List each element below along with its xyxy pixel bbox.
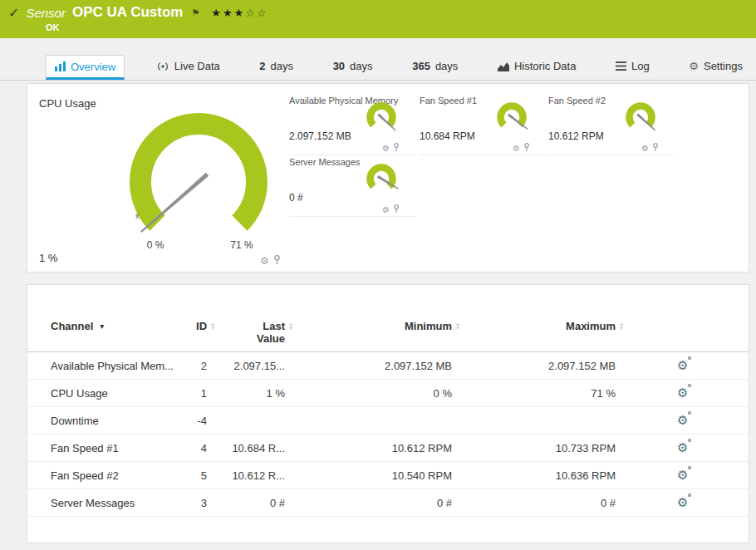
tab-bar: Overview Live Data 2 days 30 days 365 da…	[0, 55, 756, 81]
sensor-header: ✓ Sensor OPC UA Custom ⚑ ★★★☆☆ OK	[0, 0, 756, 38]
channel-id: 2	[175, 360, 215, 372]
channel-last-value: 10.684 R...	[215, 442, 293, 454]
cpu-gauge-title: CPU Usage	[39, 97, 96, 110]
gauge-gear-icon[interactable]: ⚙	[260, 255, 269, 267]
channel-id: 4	[175, 442, 215, 454]
tab-number: 30	[333, 60, 345, 72]
overview-chart-icon	[55, 61, 66, 71]
stars-empty: ☆☆	[245, 7, 268, 19]
tab-label: days	[271, 60, 293, 72]
live-data-broadcast-icon	[156, 61, 169, 71]
gauge-value: 2.097.152 MB	[289, 130, 351, 142]
tab-historic-data[interactable]: Historic Data	[489, 55, 584, 80]
tab-30-days[interactable]: 30 days	[325, 55, 381, 80]
flag-icon[interactable]: ⚑	[191, 7, 199, 18]
channel-name[interactable]: CPU Usage	[51, 387, 175, 400]
gauge-value: 10.612 RPM	[548, 130, 604, 142]
table-row: Fan Speed #2 5 10.612 R... 10.540 RPM 10…	[27, 462, 749, 489]
gauge-pin-icon[interactable]	[652, 140, 659, 155]
fan1-gauge	[493, 101, 531, 139]
channel-name[interactable]: Server Messages	[51, 497, 175, 509]
channel-table-panel: Channel ▾ ID ▲▼ Last Value ▲▼ Minimum ▲▼…	[27, 284, 749, 543]
gauge-value: 0 #	[289, 192, 303, 204]
object-kind-label: Sensor	[26, 6, 66, 20]
column-header-maximum[interactable]: Maximum ▲▼	[460, 320, 624, 332]
table-row: Downtime -4 ⚙	[27, 407, 749, 435]
gauge-gear-icon[interactable]: ⚙	[382, 144, 390, 153]
tab-settings[interactable]: ⚙ Settings	[680, 55, 751, 80]
channel-name[interactable]: Fan Speed #1	[51, 442, 175, 454]
channel-maximum: 71 %	[460, 387, 624, 400]
channel-minimum: 2.097.152 MB	[293, 360, 460, 372]
memory-gauge	[362, 101, 400, 139]
channel-settings-icon[interactable]: ⚙	[677, 413, 688, 427]
gauge-pin-icon[interactable]	[523, 140, 530, 155]
status-badge: OK	[46, 22, 756, 32]
channel-maximum: 10.733 RPM	[460, 442, 624, 454]
tab-number: 2	[259, 60, 265, 72]
tab-label: Settings	[704, 60, 743, 72]
column-label: Minimum	[405, 320, 452, 332]
channel-minimum: 10.612 RPM	[293, 442, 460, 454]
tab-log[interactable]: Log	[607, 55, 658, 80]
channel-last-value: 1 %	[215, 387, 293, 400]
table-header-row: Channel ▾ ID ▲▼ Last Value ▲▼ Minimum ▲▼…	[27, 313, 749, 352]
historic-data-area-chart-icon	[498, 61, 509, 71]
cpu-gauge-arc	[140, 124, 257, 223]
channel-settings-icon[interactable]: ⚙	[677, 440, 688, 454]
gauges-panel: CPU Usage x̄ 0 % 71 % 1 % ⚙ Available Ph…	[27, 83, 749, 273]
channel-minimum: 0 %	[293, 387, 460, 400]
gauge-gear-icon[interactable]: ⚙	[513, 144, 520, 153]
stars-filled: ★★★	[211, 7, 245, 19]
channel-minimum: 10.540 RPM	[293, 469, 460, 482]
gauge-gear-icon[interactable]: ⚙	[382, 205, 390, 214]
gauge-pin-icon[interactable]	[393, 202, 400, 217]
tab-label: Historic Data	[514, 60, 576, 72]
table-row: Server Messages 3 0 # 0 # 0 # ⚙	[27, 489, 749, 517]
channel-name[interactable]: Downtime	[51, 415, 175, 427]
channel-id: 5	[175, 469, 215, 482]
cpu-average-marker: x̄	[135, 212, 140, 220]
gauge-gear-icon[interactable]: ⚙	[641, 144, 649, 153]
channel-settings-icon[interactable]: ⚙	[677, 358, 688, 372]
settings-gear-icon: ⚙	[689, 60, 699, 72]
sort-down-icon: ▼	[619, 327, 624, 331]
column-label: ID	[196, 320, 207, 332]
fan2-gauge	[621, 101, 660, 139]
cpu-gauge: x̄ 0 % 71 %	[110, 106, 287, 253]
channel-settings-icon[interactable]: ⚙	[677, 385, 688, 400]
channel-id: 3	[175, 497, 215, 509]
column-header-id[interactable]: ID ▲▼	[175, 320, 215, 332]
tab-live-data[interactable]: Live Data	[148, 55, 228, 80]
channel-minimum: 0 #	[293, 497, 460, 509]
gauge-pin-icon[interactable]	[273, 253, 281, 268]
channel-last-value: 2.097.15...	[215, 360, 293, 372]
channel-name[interactable]: Fan Speed #2	[51, 469, 175, 482]
tab-overview[interactable]: Overview	[46, 55, 125, 80]
column-header-last-value[interactable]: Last Value ▲▼	[215, 320, 293, 345]
channel-maximum: 2.097.152 MB	[460, 360, 624, 372]
tab-2-days[interactable]: 2 days	[251, 55, 302, 80]
tab-365-days[interactable]: 365 days	[404, 55, 466, 80]
gauge-pin-icon[interactable]	[393, 140, 400, 155]
table-row: Available Physical Mem... 2 2.097.15... …	[27, 352, 749, 380]
column-label: Last Value	[247, 320, 285, 345]
status-ok-check-icon: ✓	[8, 5, 19, 21]
chevron-down-icon: ▾	[100, 322, 104, 331]
sort-icons[interactable]: ▲▼	[619, 322, 624, 331]
channel-name[interactable]: Available Physical Mem...	[51, 360, 175, 372]
column-label: Maximum	[566, 320, 616, 332]
column-header-channel[interactable]: Channel ▾	[51, 320, 175, 332]
channel-id: -4	[175, 415, 215, 427]
priority-stars[interactable]: ★★★☆☆	[211, 7, 268, 19]
tab-number: 365	[412, 60, 430, 72]
table-row: CPU Usage 1 1 % 0 % 71 % ⚙	[27, 380, 749, 407]
cpu-gauge-min-label: 0 %	[147, 239, 164, 251]
gauge-cell-server-messages: Server Messages 0 # ⚙	[289, 157, 415, 217]
channel-maximum: 10.636 RPM	[460, 469, 624, 482]
channel-settings-icon[interactable]: ⚙	[677, 495, 688, 509]
server-messages-gauge	[362, 162, 400, 200]
gauge-cell-memory: Available Physical Memory 2.097.152 MB ⚙	[289, 96, 415, 155]
channel-settings-icon[interactable]: ⚙	[677, 468, 688, 482]
column-header-minimum[interactable]: Minimum ▲▼	[293, 320, 460, 332]
